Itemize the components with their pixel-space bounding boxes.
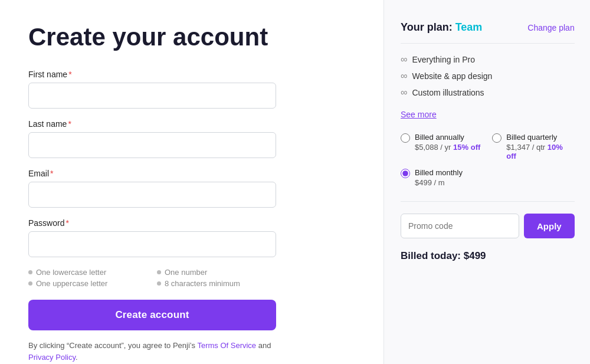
email-input[interactable]	[28, 182, 276, 208]
billing-option-annually[interactable]: Billed annually $5,088 / yr 15% off	[401, 132, 483, 160]
infinity-icon: ∞	[401, 71, 407, 81]
required-star: *	[68, 70, 71, 79]
hint-dot	[28, 270, 32, 274]
see-more-link[interactable]: See more	[401, 110, 575, 119]
left-panel: Create your account First name* Last nam…	[0, 0, 384, 364]
promo-code-input[interactable]	[401, 214, 519, 238]
password-input[interactable]	[28, 231, 276, 257]
billing-option-monthly[interactable]: Billed monthly $499 / m	[401, 168, 575, 187]
billing-option-quarterly[interactable]: Billed quarterly $1,347 / qtr 10% off	[492, 132, 574, 160]
billing-radio-annually[interactable]	[401, 133, 410, 143]
required-star: *	[50, 169, 53, 178]
last-name-input[interactable]	[28, 132, 276, 158]
hint-dot	[28, 281, 32, 286]
billing-price-monthly: $499 / m	[415, 178, 463, 187]
change-plan-link[interactable]: Change plan	[527, 23, 574, 32]
infinity-icon: ∞	[401, 54, 407, 65]
billing-options: Billed annually $5,088 / yr 15% off Bill…	[401, 132, 575, 187]
billing-price-annually: $5,088 / yr 15% off	[415, 143, 480, 152]
plan-title: Your plan: Team	[401, 21, 482, 34]
password-group: Password*	[28, 218, 355, 257]
billing-label-quarterly: Billed quarterly	[506, 132, 574, 143]
last-name-label: Last name*	[28, 119, 355, 129]
privacy-policy-link[interactable]: Privacy Policy	[28, 353, 76, 362]
billing-radio-monthly[interactable]	[401, 169, 410, 178]
required-star: *	[68, 119, 71, 129]
hint-dot	[157, 270, 161, 274]
last-name-group: Last name*	[28, 119, 355, 158]
billing-row-bottom: Billed monthly $499 / m	[401, 168, 575, 187]
email-label: Email*	[28, 169, 355, 178]
hint-row-2: One uppercase letter 8 characters minimu…	[28, 279, 276, 288]
billing-label-annually: Billed annually	[415, 132, 480, 143]
plan-header: Your plan: Team Change plan	[401, 21, 575, 34]
billing-row-top: Billed annually $5,088 / yr 15% off Bill…	[401, 132, 575, 160]
billing-label-monthly: Billed monthly	[415, 168, 463, 178]
hint-row-1: One lowercase letter One number	[28, 268, 276, 277]
hint-uppercase: One uppercase letter	[28, 279, 152, 288]
email-group: Email*	[28, 169, 355, 208]
terms-of-service-link[interactable]: Terms Of Service	[197, 341, 256, 350]
first-name-input[interactable]	[28, 83, 276, 109]
promo-row: Apply	[401, 214, 575, 238]
hint-characters: 8 characters minimum	[157, 279, 281, 288]
first-name-group: First name*	[28, 70, 355, 109]
hint-number: One number	[157, 268, 281, 277]
infinity-icon: ∞	[401, 87, 407, 98]
plan-features-list: ∞ Everything in Pro ∞ Website & app desi…	[401, 54, 575, 98]
apply-button[interactable]: Apply	[524, 214, 575, 238]
terms-text: By clicking “Create account”, you agree …	[28, 340, 276, 363]
billing-price-quarterly: $1,347 / qtr 10% off	[506, 143, 574, 160]
create-account-button[interactable]: Create account	[28, 300, 276, 330]
password-hints: One lowercase letter One number One uppe…	[28, 268, 276, 288]
feature-item-2: ∞ Custom illustrations	[401, 87, 575, 98]
plan-name: Team	[455, 21, 483, 33]
billing-divider	[401, 201, 575, 202]
billed-today: Billed today: $499	[401, 250, 575, 262]
hint-lowercase: One lowercase letter	[28, 268, 152, 277]
hint-dot	[157, 281, 161, 286]
right-panel: Your plan: Team Change plan ∞ Everything…	[384, 0, 590, 364]
required-star: *	[65, 218, 68, 228]
feature-item-0: ∞ Everything in Pro	[401, 54, 575, 65]
feature-item-1: ∞ Website & app design	[401, 71, 575, 81]
page-title: Create your account	[28, 24, 355, 51]
first-name-label: First name*	[28, 70, 355, 79]
billing-radio-quarterly[interactable]	[492, 133, 502, 143]
plan-divider	[401, 43, 575, 44]
password-label: Password*	[28, 218, 355, 228]
